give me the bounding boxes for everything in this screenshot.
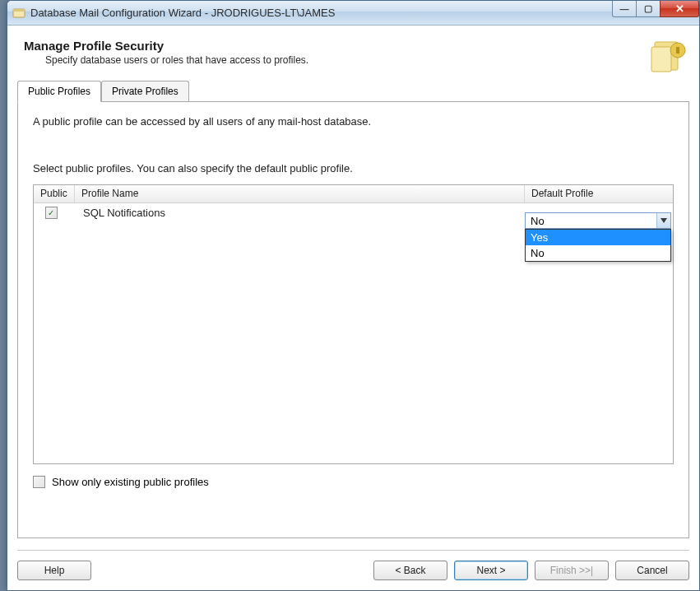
tab-private-label: Private Profiles: [112, 86, 178, 97]
help-button[interactable]: Help: [17, 561, 91, 580]
finish-button: Finish >>|: [535, 561, 609, 580]
back-label: < Back: [395, 565, 425, 576]
wizard-window: Database Mail Configuration Wizard - JRO…: [7, 0, 700, 591]
tab-public-label: Public Profiles: [28, 86, 90, 97]
show-only-row: Show only existing public profiles: [33, 476, 674, 488]
next-button[interactable]: Next >: [454, 561, 528, 580]
cancel-label: Cancel: [637, 565, 667, 576]
close-icon: ✕: [675, 2, 684, 15]
page-header: Manage Profile Security Specify database…: [17, 35, 689, 77]
description-1: A public profile can be accessed by all …: [33, 115, 674, 128]
table-row: ✓ SQL Notifications No Yes No: [34, 203, 673, 221]
close-button[interactable]: ✕: [660, 1, 699, 17]
cell-profile-name: SQL Notifications: [75, 207, 525, 219]
tab-public-profiles[interactable]: Public Profiles: [17, 81, 101, 102]
app-icon: [12, 7, 25, 20]
dropdown-item-no[interactable]: No: [526, 245, 670, 261]
header-graphic: [650, 35, 689, 75]
tab-private-profiles[interactable]: Private Profiles: [101, 81, 189, 101]
client-area: Manage Profile Security Specify database…: [7, 26, 699, 590]
window-title: Database Mail Configuration Wizard - JRO…: [30, 7, 335, 19]
minimize-icon: —: [620, 4, 629, 14]
combo-dropdown-button[interactable]: [656, 213, 670, 228]
default-profile-combo[interactable]: No: [525, 212, 671, 229]
wizard-footer: Help < Back Next > Finish >>| Cancel: [17, 550, 689, 580]
window-controls: — ▢ ✕: [613, 1, 699, 17]
help-label: Help: [44, 565, 65, 576]
maximize-icon: ▢: [644, 3, 652, 14]
profiles-grid: Public Profile Name Default Profile ✓ SQ…: [33, 184, 674, 464]
description-2: Select public profiles. You can also spe…: [33, 162, 674, 175]
cancel-button[interactable]: Cancel: [615, 561, 689, 580]
default-profile-dropdown: Yes No: [525, 229, 671, 262]
show-only-label: Show only existing public profiles: [52, 476, 209, 488]
titlebar[interactable]: Database Mail Configuration Wizard - JRO…: [7, 1, 699, 26]
col-public[interactable]: Public: [34, 185, 75, 202]
finish-label: Finish >>|: [550, 565, 593, 576]
dropdown-item-yes[interactable]: Yes: [526, 230, 670, 245]
maximize-button[interactable]: ▢: [636, 1, 661, 17]
svg-rect-3: [651, 47, 671, 72]
svg-rect-5: [676, 47, 679, 54]
svg-rect-1: [13, 9, 25, 12]
tab-row: Public Profiles Private Profiles: [17, 81, 689, 101]
next-label: Next >: [476, 565, 505, 576]
cell-public: ✓: [34, 207, 75, 219]
page-subtitle: Specify database users or roles that hav…: [24, 54, 683, 66]
col-profile-name[interactable]: Profile Name: [75, 185, 525, 202]
combo-value: No: [531, 215, 545, 227]
col-default-profile[interactable]: Default Profile: [525, 185, 673, 202]
public-checkbox[interactable]: ✓: [45, 207, 58, 219]
tab-body: A public profile can be accessed by all …: [17, 101, 689, 538]
chevron-down-icon: [661, 218, 667, 223]
back-button[interactable]: < Back: [373, 561, 447, 580]
minimize-button[interactable]: —: [612, 1, 637, 17]
page-title: Manage Profile Security: [24, 39, 683, 53]
show-only-checkbox[interactable]: [33, 476, 45, 488]
grid-header: Public Profile Name Default Profile: [34, 185, 673, 203]
